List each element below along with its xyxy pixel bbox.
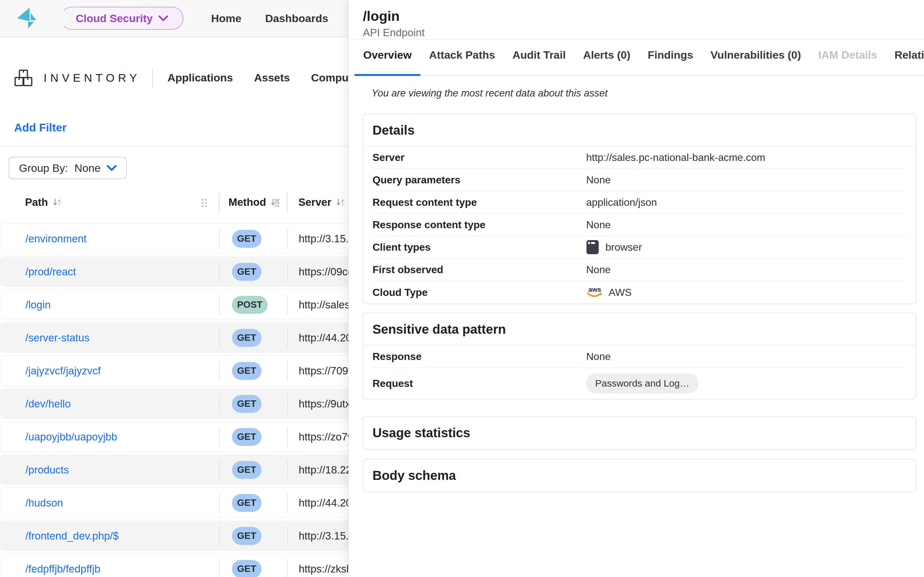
sensitive-row-request: Request Passwords and Log… [373,368,907,399]
method-badge: GET [232,461,262,479]
asset-detail-panel: /login API Endpoint Overview Attack Path… [349,0,924,577]
column-divider [287,192,288,213]
method-badge: GET [232,527,262,545]
detail-value: browser [606,242,642,253]
body-schema-card[interactable]: Body schema [363,459,916,492]
method-badge: GET [232,329,262,347]
tab-iam-details: IAM Details [810,49,886,76]
detail-row-response-content-type: Response content type None [373,214,907,236]
detail-value: http://sales.pc-national-bank-acme.com [586,152,765,163]
detail-label: Response content type [373,219,586,231]
nav-item-home[interactable]: Home [211,12,241,25]
detail-row-cloud-type: Cloud Type aws AWS [373,281,907,303]
drag-handle-icon[interactable] [201,198,208,208]
page-title: INVENTORY [44,71,141,84]
method-badge: GET [232,395,262,413]
detail-value: None [586,264,611,276]
chevron-down-icon [107,165,116,171]
detail-value: None [586,219,611,231]
column-divider [219,192,220,213]
detail-label: Query parameters [373,174,586,186]
drag-handle-icon[interactable] [273,198,280,208]
column-label: Path [25,196,48,208]
detail-label: Request [373,378,586,390]
path-link[interactable]: /fedpffjb/fedpffjb [25,563,100,575]
detail-label: Cloud Type [373,287,586,298]
tab-vulnerabilities[interactable]: Vulnerabilities (0) [702,49,809,76]
method-badge: GET [232,494,262,512]
detail-label: Server [373,152,586,163]
detail-row-client-types: Client types browser [373,236,907,259]
sort-icon[interactable] [335,197,346,207]
product-switcher-label: Cloud Security [76,12,153,25]
divider [152,68,153,87]
detail-row-query-parameters: Query parameters None [373,169,907,191]
subnav-item-applications[interactable]: Applications [168,71,233,84]
browser-window-icon [586,240,599,255]
column-header-path[interactable]: Path [25,196,62,208]
usage-statistics-card[interactable]: Usage statistics [363,416,916,450]
group-by-dropdown[interactable]: Group By: None [9,157,127,179]
tab-overview[interactable]: Overview [355,49,420,76]
method-badge: GET [232,230,262,248]
tab-attack-paths[interactable]: Attack Paths [420,49,504,76]
usage-statistics-heading: Usage statistics [373,417,907,449]
add-filter-button[interactable]: Add Filter [14,121,66,134]
aws-logo: aws [586,285,603,299]
column-header-method[interactable]: Method [228,196,280,208]
detail-value: None [586,351,611,363]
detail-row-request-content-type: Request content type application/json [373,191,907,214]
svg-text:aws: aws [588,285,601,293]
method-badge: POST [232,296,268,314]
path-link[interactable]: /uapoyjbb/uapoyjbb [25,431,117,443]
brand-logo-icon[interactable] [14,5,39,32]
method-badge: GET [232,560,262,577]
sensitive-data-card: Sensitive data pattern Response None Req… [363,313,916,400]
asset-title: /login [363,8,910,24]
tab-audit-trail[interactable]: Audit Trail [504,49,574,76]
details-card: Details Server http://sales.pc-national-… [363,113,916,304]
path-link[interactable]: /server-status [25,332,89,344]
panel-tabs: Overview Attack Paths Audit Trail Alerts… [349,39,924,76]
detail-label: Client types [373,242,586,253]
column-label: Method [228,196,266,208]
path-link[interactable]: /products [25,464,69,476]
chevron-down-icon [158,15,168,21]
method-badge: GET [232,428,262,446]
group-by-value: None [74,162,100,174]
panel-header: /login API Endpoint [349,0,924,39]
sensitive-pattern-chip[interactable]: Passwords and Log… [586,374,698,393]
sensitive-row-response: Response None [373,346,907,368]
recent-data-notice: You are viewing the most recent data abo… [372,87,924,99]
path-link[interactable]: /hudson [25,497,63,509]
path-link[interactable]: /jajyzvcf/jajyzvcf [25,365,101,377]
detail-value: AWS [609,287,632,298]
column-label: Server [298,196,331,208]
method-badge: GET [232,362,262,380]
path-link[interactable]: /frontend_dev.php/$ [25,530,119,542]
nav-item-dashboards[interactable]: Dashboards [265,12,328,25]
subnav-item-assets[interactable]: Assets [254,71,290,84]
body-schema-heading: Body schema [373,459,907,492]
detail-value: None [586,174,611,186]
column-header-server[interactable]: Server [298,196,346,208]
sensitive-data-heading: Sensitive data pattern [373,313,907,345]
tab-alerts[interactable]: Alerts (0) [574,49,639,76]
tab-relationships[interactable]: Relationships [886,49,924,76]
tab-findings[interactable]: Findings [639,49,702,76]
boxes-icon [14,69,33,87]
group-by-label: Group By: [19,162,68,174]
path-link[interactable]: /login [25,299,51,311]
asset-type-label: API Endpoint [363,27,910,39]
path-link[interactable]: /environment [25,233,87,245]
method-badge: GET [232,263,262,281]
divider [0,146,349,147]
path-link[interactable]: /prod/react [25,266,76,278]
sort-icon[interactable] [52,197,62,207]
product-switcher[interactable]: Cloud Security [60,7,184,30]
details-heading: Details [373,114,907,146]
detail-row-first-observed: First observed None [373,259,907,281]
detail-label: Request content type [373,197,586,208]
path-link[interactable]: /dev/hello [25,398,71,410]
detail-value: application/json [586,197,657,208]
